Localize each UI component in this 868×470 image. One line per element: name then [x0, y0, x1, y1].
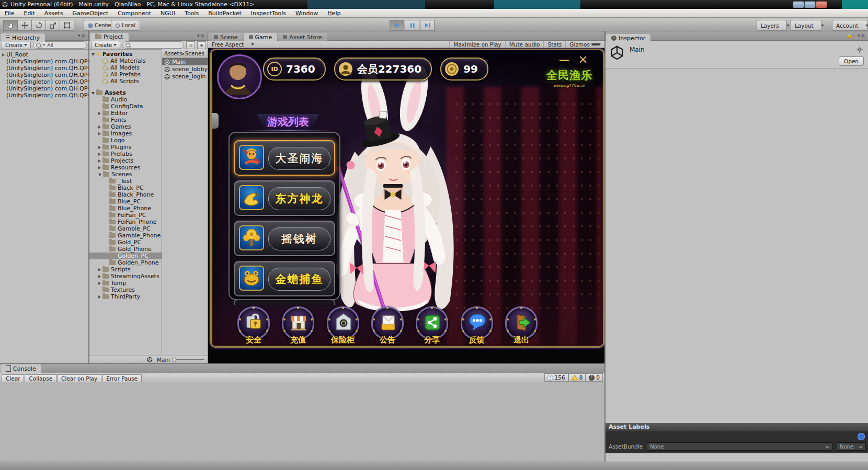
- project-folder-all-materials[interactable]: All Materials: [89, 58, 162, 64]
- splitter[interactable]: [604, 31, 605, 462]
- splitter[interactable]: [208, 31, 208, 363]
- dock-button-退出[interactable]: 退出: [505, 306, 538, 346]
- project-folder-games[interactable]: Games: [89, 123, 162, 130]
- project-folder-test[interactable]: _Test: [89, 178, 162, 185]
- menu-assets[interactable]: Assets: [40, 9, 68, 18]
- project-folder-blue-pc[interactable]: Blue_PC: [89, 198, 162, 205]
- project-folder-thirdparty[interactable]: ThirdParty: [89, 293, 162, 300]
- expand-arrow-icon[interactable]: [98, 295, 101, 299]
- space-toggle-button[interactable]: Local: [111, 20, 140, 31]
- project-folder-black-phone[interactable]: Black_Phone: [89, 191, 162, 198]
- project-folder-streamingassets[interactable]: StreamingAssets: [89, 273, 162, 280]
- project-folder-feifan-phone[interactable]: FeiFan_Phone: [89, 219, 162, 225]
- project-folder-images[interactable]: Images: [89, 130, 162, 137]
- step-button[interactable]: [420, 20, 435, 31]
- expand-arrow-icon[interactable]: [92, 53, 95, 56]
- project-folder-all-models[interactable]: All Models: [89, 64, 162, 71]
- menu-component[interactable]: Component: [113, 9, 156, 18]
- layers-dropdown[interactable]: Layers: [757, 20, 787, 31]
- rotate-tool[interactable]: [31, 20, 46, 31]
- project-folder-temp[interactable]: Temp: [89, 280, 162, 286]
- project-folder-configdata[interactable]: ConfigData: [89, 103, 162, 110]
- menu-help[interactable]: Help: [323, 9, 345, 18]
- hierarchy-item-unitysingleton-com-qh-qpgam[interactable]: (UnitySingleton) com.QH.QPGam: [0, 58, 88, 65]
- menu-gameobject[interactable]: GameObject: [68, 9, 113, 18]
- project-folder-all-prefabs[interactable]: All Prefabs: [89, 71, 162, 78]
- assetbundle-variant-select[interactable]: None◂▸: [837, 442, 866, 451]
- gear-icon[interactable]: [856, 45, 863, 51]
- project-folder-prefabs[interactable]: Prefabs: [89, 151, 162, 157]
- hierarchy-item-unitysingleton-com-qh-qpgam[interactable]: (UnitySingleton) com.QH.QPGam: [0, 78, 88, 85]
- asset-labels-header[interactable]: Asset Labels: [606, 423, 868, 431]
- play-button[interactable]: [390, 20, 404, 31]
- project-folder-golden-phone[interactable]: Golden_Phone: [89, 259, 162, 266]
- game-button-大圣闹海[interactable]: 大圣闹海: [234, 140, 335, 176]
- hierarchy-item-unitysingleton-com-qh-qpgam[interactable]: (UnitySingleton) com.QH.QPGam: [0, 72, 88, 78]
- search-by-label-icon[interactable]: ◈: [197, 41, 206, 49]
- project-folder-fonts[interactable]: Fonts: [89, 117, 162, 123]
- open-button[interactable]: Open: [839, 56, 864, 66]
- scale-tool[interactable]: [45, 20, 60, 31]
- expand-arrow-icon[interactable]: [98, 174, 101, 176]
- menu-edit[interactable]: Edit: [19, 9, 39, 18]
- project-folder-gamble-phone[interactable]: Gamble_Phone: [89, 232, 162, 239]
- expand-arrow-icon[interactable]: [98, 275, 101, 278]
- gameview-button-mute-audio[interactable]: Mute audio: [505, 41, 544, 48]
- gameview-button-gizmos[interactable]: Gizmos: [565, 41, 604, 48]
- game-minimize-button[interactable]: —: [557, 53, 572, 67]
- project-folder-all-scripts[interactable]: All Scripts: [89, 78, 162, 85]
- hierarchy-item-ui-root[interactable]: UI_Root: [0, 51, 88, 58]
- hierarchy-search-input[interactable]: All: [33, 41, 87, 49]
- project-folder-golden-pc[interactable]: Golden_PC: [89, 253, 162, 259]
- menu-tools[interactable]: Tools: [180, 9, 203, 18]
- project-folder-assets[interactable]: Assets: [89, 89, 162, 96]
- project-tab[interactable]: Project: [90, 33, 129, 41]
- project-folder-projects[interactable]: Projects: [89, 157, 162, 164]
- project-folder-plugins[interactable]: Plugins: [89, 144, 162, 151]
- hierarchy-create-button[interactable]: Create: [2, 41, 31, 49]
- expand-arrow-icon[interactable]: [98, 268, 101, 271]
- maximize-window-button[interactable]: [804, 1, 816, 8]
- project-folder-blue-phone[interactable]: Blue_Phone: [89, 205, 162, 212]
- expand-arrow-icon[interactable]: [98, 112, 101, 115]
- console-log-area[interactable]: [0, 382, 604, 462]
- dock-button-分享[interactable]: 分享: [415, 306, 449, 346]
- move-tool[interactable]: [17, 20, 32, 31]
- game-button-摇钱树[interactable]: 摇钱树: [234, 221, 335, 256]
- asset-main[interactable]: Main: [162, 58, 208, 65]
- project-folder-gold-pc[interactable]: Gold_PC: [89, 239, 162, 246]
- dock-button-公告[interactable]: 公告: [371, 306, 404, 346]
- tab-scene[interactable]: Scene: [209, 33, 243, 41]
- expand-arrow-icon[interactable]: [92, 92, 95, 95]
- project-folder-textures[interactable]: Textures: [89, 286, 162, 293]
- expand-arrow-icon[interactable]: [2, 53, 5, 56]
- expand-arrow-icon[interactable]: [98, 159, 101, 163]
- dock-button-反馈[interactable]: 反馈: [460, 306, 494, 346]
- panel-menu-icon[interactable]: ▾≡: [78, 33, 86, 38]
- minimize-window-button[interactable]: [793, 1, 804, 8]
- expand-arrow-icon[interactable]: [98, 153, 101, 156]
- project-folder-editor[interactable]: Editor: [89, 110, 162, 117]
- dock-button-保险柜[interactable]: 保险柜: [326, 306, 360, 346]
- menu-ngui[interactable]: NGUI: [156, 9, 180, 18]
- project-folder-scenes[interactable]: Scenes: [89, 171, 162, 178]
- project-folder-black-pc[interactable]: Black_PC: [89, 185, 162, 191]
- project-folder-logo[interactable]: Logo: [89, 137, 162, 144]
- dock-button-充值[interactable]: 充值: [281, 306, 315, 346]
- avatar[interactable]: [217, 54, 262, 99]
- account-dropdown[interactable]: Account: [832, 20, 867, 31]
- panel-lock-icon[interactable]: 🔒̶ ▾≡: [847, 33, 866, 38]
- console-tab[interactable]: Console: [1, 364, 41, 373]
- hierarchy-tab[interactable]: ☰ Hierarchy: [1, 33, 45, 42]
- hierarchy-item-unitysingleton-com-qh-qpgam[interactable]: (UnitySingleton) com.QH.QPGam: [0, 65, 88, 72]
- menu-window[interactable]: Window: [291, 9, 323, 18]
- layout-dropdown[interactable]: Layout: [791, 20, 822, 31]
- project-folder-audio[interactable]: Audio: [89, 96, 162, 103]
- tab-game[interactable]: Game: [244, 33, 278, 41]
- expand-arrow-icon[interactable]: [98, 132, 101, 135]
- project-folder-feifan-pc[interactable]: FeiFan_PC: [89, 212, 162, 219]
- project-search-input[interactable]: [122, 41, 184, 49]
- panel-menu-icon[interactable]: ▾≡: [197, 33, 205, 38]
- project-folder-gamble-pc[interactable]: Gamble_PC: [89, 225, 162, 232]
- splitter[interactable]: [89, 31, 89, 363]
